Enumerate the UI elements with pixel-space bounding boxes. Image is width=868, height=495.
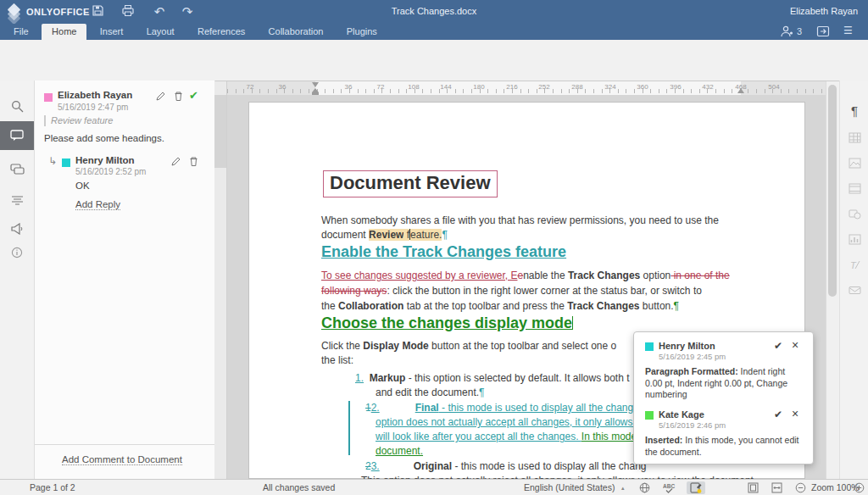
left-sidebar-rail <box>0 81 35 479</box>
comments-panel-icon[interactable] <box>0 121 34 150</box>
doc-list-item: 23.Original - this mode is used to displ… <box>365 459 647 473</box>
change-author: Henry Milton <box>659 341 715 351</box>
doc-heading: Enable the Track Changes feature <box>321 245 566 259</box>
doc-heading: Choose the changes display mode <box>321 316 573 330</box>
change-description: Inserted: In this mode, you cannot edit … <box>645 435 801 458</box>
ruler-number: 144 <box>440 83 451 91</box>
vertical-ruler[interactable] <box>214 81 227 479</box>
ruler-number: 72 <box>377 83 385 91</box>
home-toolbar: Open Sans▾ 10.5▾ ▴ ▾ B I U S A¹ A₂ ▾ A ▾… <box>0 40 868 81</box>
right-sidebar-rail: ¶ T <box>839 81 868 479</box>
change-date: 5/16/2019 2:46 pm <box>659 420 726 430</box>
resolve-comment-icon[interactable]: ✔ <box>189 89 201 101</box>
right-indent-marker[interactable] <box>737 88 744 93</box>
about-info-icon[interactable] <box>0 238 34 267</box>
tab-layout[interactable]: Layout <box>136 24 185 40</box>
avatar <box>645 411 654 420</box>
zoom-out-icon[interactable] <box>793 481 807 493</box>
users-count: 3 <box>797 26 802 36</box>
doc-list-item: 12.Final - this mode is used to display … <box>365 401 644 414</box>
doc-line: Click the Display Mode button at the top… <box>321 339 616 353</box>
accept-change-icon[interactable]: ✔ <box>774 341 782 351</box>
chevron-up-icon[interactable]: ▴ <box>621 485 625 492</box>
doc-list-item: 1. Markup - this option is selected by d… <box>355 371 630 385</box>
comments-panel: Elizabeth Rayan ✔ 5/16/2019 2:47 pm Revi… <box>35 81 215 479</box>
add-reply-link[interactable]: Add Reply <box>75 199 120 210</box>
paragraph-settings-icon[interactable]: ¶ <box>840 99 868 121</box>
ruler-number: 432 <box>702 83 713 91</box>
document-language-globe-icon[interactable] <box>637 481 651 493</box>
open-file-location-icon[interactable] <box>816 25 830 37</box>
panel-divider <box>35 444 214 445</box>
text-art-settings-icon[interactable]: T <box>840 253 868 275</box>
reject-change-icon[interactable]: × <box>792 409 798 419</box>
change-author: Kate Kage <box>659 409 704 420</box>
ruler-number: 36 <box>279 83 287 91</box>
pilcrow-mark: ¶ <box>479 387 484 398</box>
review-changes-icon[interactable] <box>0 186 34 214</box>
ruler-number: 324 <box>604 83 615 91</box>
zoom-in-icon[interactable] <box>852 481 865 493</box>
fit-width-icon[interactable] <box>770 481 783 493</box>
comment-date: 5/16/2019 2:47 pm <box>58 103 128 112</box>
ruler-number: 360 <box>637 83 648 91</box>
change-date: 5/16/2019 2:45 pm <box>659 352 726 361</box>
edit-reply-icon[interactable] <box>170 156 182 168</box>
status-bar: Page 1 of 2 All changes saved English (U… <box>0 479 868 495</box>
avatar <box>645 342 654 351</box>
add-comment-to-document-link[interactable]: Add Comment to Document <box>62 454 182 465</box>
doc-line: and edit the document.¶ <box>376 386 485 399</box>
comment-text: Please add some headings. <box>44 133 164 143</box>
tab-insert[interactable]: Insert <box>90 24 134 40</box>
doc-line: document. <box>376 444 423 458</box>
pilcrow-mark: ¶ <box>674 300 679 312</box>
accept-change-icon[interactable]: ✔ <box>774 409 782 420</box>
mail-merge-settings-icon[interactable] <box>840 279 868 301</box>
document-title-box: Document Review <box>323 170 498 197</box>
first-line-indent-marker[interactable] <box>312 82 319 87</box>
users-icon[interactable] <box>780 25 795 37</box>
hamburger-menu-icon[interactable]: ☰ <box>843 24 853 38</box>
page-indicator[interactable]: Page 1 of 2 <box>30 482 75 492</box>
tab-plugins[interactable]: Plugins <box>337 24 387 40</box>
pilcrow-mark: ¶ <box>442 229 447 241</box>
table-settings-icon[interactable] <box>840 126 868 148</box>
header-footer-settings-icon[interactable] <box>840 177 868 199</box>
reject-change-icon[interactable]: × <box>792 340 798 350</box>
fit-page-icon[interactable] <box>746 481 760 493</box>
tab-file[interactable]: File <box>3 24 39 40</box>
onlyoffice-document-editor: ONLYOFFICE ↶ ↷ Track Changes.docx Elizab… <box>0 0 868 495</box>
ruler-number: 180 <box>473 83 484 91</box>
document-title: Track Changes.docx <box>0 6 868 16</box>
tab-collaboration[interactable]: Collaboration <box>259 24 334 40</box>
doc-line: document Review feature.¶ <box>321 228 448 242</box>
shape-settings-icon[interactable] <box>840 203 868 225</box>
tab-references[interactable]: References <box>187 24 255 40</box>
comment-author: Elizabeth Rayan <box>58 90 132 100</box>
edit-comment-icon[interactable] <box>155 91 167 103</box>
doc-line: following ways: click the button in the … <box>321 284 702 298</box>
tab-home[interactable]: Home <box>42 24 86 40</box>
vertical-scrollbar[interactable] <box>826 81 839 479</box>
image-settings-icon[interactable] <box>840 152 868 174</box>
track-changes-toggle[interactable] <box>687 481 705 494</box>
doc-line: the Collaboration tab at the top toolbar… <box>321 299 679 313</box>
scrollbar-thumb[interactable] <box>828 85 837 297</box>
reply-date: 5/16/2019 2:52 pm <box>75 167 146 176</box>
chart-settings-icon[interactable] <box>840 228 868 250</box>
horizontal-ruler[interactable]: 7236367210814418021625228832436039643246… <box>227 81 826 95</box>
language-selector[interactable]: English (United States) <box>524 482 615 492</box>
svg-text:T: T <box>850 260 857 270</box>
ruler-number: 108 <box>408 83 419 91</box>
doc-line: To see changes suggested by a reviewer, … <box>321 269 730 282</box>
save-status: All changes saved <box>263 482 335 492</box>
change-description: Paragraph Formatted: Indent right 0.00 p… <box>645 366 801 401</box>
delete-comment-icon[interactable] <box>173 91 185 103</box>
ruler-number: 36 <box>345 83 353 91</box>
current-user[interactable]: Elizabeth Rayan <box>790 6 858 16</box>
ruler-number: 504 <box>768 83 779 91</box>
chat-icon[interactable] <box>0 155 34 184</box>
spellcheck-icon[interactable]: ABC <box>661 481 678 493</box>
search-icon[interactable] <box>0 92 34 120</box>
delete-reply-icon[interactable] <box>188 156 200 168</box>
